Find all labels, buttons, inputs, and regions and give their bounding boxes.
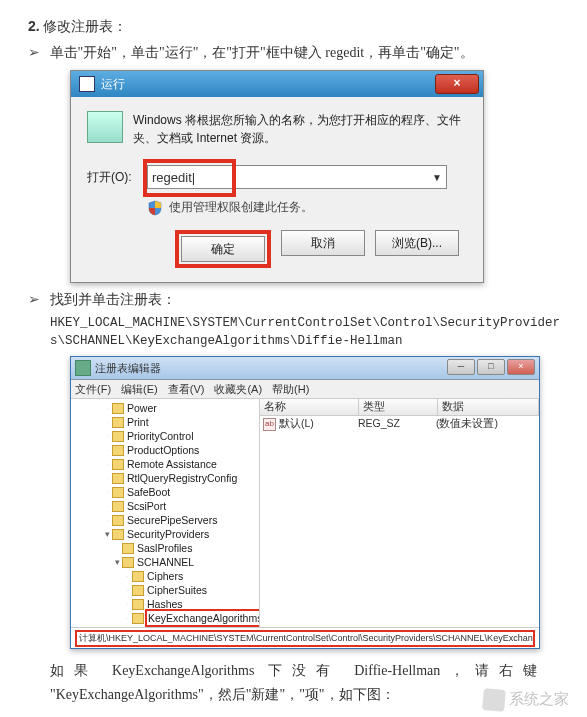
registry-editor: 注册表编辑器 ─ □ × 文件(F) 编辑(E) 查看(V) 收藏夹(A) 帮助…: [70, 356, 540, 649]
tree-item[interactable]: ·SafeBoot: [73, 485, 257, 499]
tree-view[interactable]: ·Power·Print·PriorityControl·ProductOpti…: [71, 399, 260, 627]
tree-item[interactable]: ·Power: [73, 401, 257, 415]
col-type[interactable]: 类型: [359, 399, 438, 415]
string-value-icon: ab: [263, 418, 276, 431]
row-type: REG_SZ: [354, 417, 432, 431]
tree-item-label: SaslProfiles: [137, 541, 192, 555]
tree-expand-icon[interactable]: ▾: [113, 555, 122, 569]
close-button[interactable]: ×: [435, 74, 479, 94]
tree-expand-icon[interactable]: ·: [103, 415, 112, 429]
folder-icon: [132, 585, 144, 596]
tree-item[interactable]: ·ProductOptions: [73, 443, 257, 457]
tree-item[interactable]: ·ScsiPort: [73, 499, 257, 513]
run-title-text: 运行: [101, 76, 125, 93]
ok-highlight: 确定: [175, 230, 271, 268]
browse-button[interactable]: 浏览(B)...: [375, 230, 459, 256]
tree-expand-icon[interactable]: ·: [103, 443, 112, 457]
folder-icon: [122, 543, 134, 554]
tree-item-label: SCHANNEL: [137, 555, 194, 569]
folder-icon: [112, 417, 124, 428]
folder-icon: [112, 403, 124, 414]
tree-expand-icon[interactable]: ·: [103, 471, 112, 485]
tree-expand-icon[interactable]: ·: [123, 611, 132, 625]
tree-expand-icon[interactable]: ·: [103, 485, 112, 499]
bullet-1-text: 单击"开始"，单击"运行"，在"打开"框中键入 regedit，再单击"确定"。: [50, 45, 474, 60]
run-titlebar[interactable]: 运行 ×: [71, 71, 483, 97]
status-path: 计算机\HKEY_LOCAL_MACHINE\SYSTEM\CurrentCon…: [75, 630, 535, 647]
folder-icon: [112, 459, 124, 470]
menu-help[interactable]: 帮助(H): [272, 382, 309, 397]
tree-item[interactable]: ·Print: [73, 415, 257, 429]
step-heading: 2. 修改注册表：: [28, 18, 567, 36]
col-name[interactable]: 名称: [260, 399, 359, 415]
tree-expand-icon[interactable]: ·: [103, 513, 112, 527]
minimize-button[interactable]: ─: [447, 359, 475, 375]
dropdown-arrow-icon[interactable]: ▼: [432, 172, 442, 183]
ok-button[interactable]: 确定: [181, 236, 265, 262]
tree-item[interactable]: ·RtlQueryRegistryConfig: [73, 471, 257, 485]
list-view[interactable]: 名称 类型 数据 ab 默认(L) REG_SZ (数值未设置): [260, 399, 539, 627]
tree-expand-icon[interactable]: ·: [113, 541, 122, 555]
close-button[interactable]: ×: [507, 359, 535, 375]
tree-item-label: Remote Assistance: [127, 457, 217, 471]
folder-icon: [132, 599, 144, 610]
tree-expand-icon[interactable]: ·: [123, 597, 132, 611]
tree-expand-icon[interactable]: ·: [123, 583, 132, 597]
bullet-arrow-icon: ➢: [28, 44, 46, 61]
minimize-icon: ─: [458, 361, 464, 371]
tree-item[interactable]: ·KeyExchangeAlgorithms: [73, 611, 257, 625]
status-bar: 计算机\HKEY_LOCAL_MACHINE\SYSTEM\CurrentCon…: [71, 627, 539, 648]
cancel-button[interactable]: 取消: [281, 230, 365, 256]
bullet-1: ➢ 单击"开始"，单击"运行"，在"打开"框中键入 regedit，再单击"确定…: [28, 44, 567, 62]
tree-item-label: ProductOptions: [127, 443, 199, 457]
menu-bar: 文件(F) 编辑(E) 查看(V) 收藏夹(A) 帮助(H): [71, 380, 539, 399]
tree-expand-icon[interactable]: ·: [103, 457, 112, 471]
tree-item[interactable]: ·SecurePipeServers: [73, 513, 257, 527]
tree-expand-icon[interactable]: ·: [103, 499, 112, 513]
tree-item[interactable]: ·CipherSuites: [73, 583, 257, 597]
tree-item[interactable]: ·SaslProfiles: [73, 541, 257, 555]
tree-expand-icon[interactable]: ▾: [103, 527, 112, 541]
tree-item[interactable]: ·Remote Assistance: [73, 457, 257, 471]
menu-edit[interactable]: 编辑(E): [121, 382, 158, 397]
tree-expand-icon[interactable]: ·: [123, 569, 132, 583]
browse-button-label: 浏览(B)...: [392, 235, 442, 252]
list-header: 名称 类型 数据: [260, 399, 539, 416]
final-paragraph: 如果 KeyExchangeAlgorithms 下没有 Diffie-Hell…: [50, 659, 537, 707]
tree-item[interactable]: ·PriorityControl: [73, 429, 257, 443]
regedit-title: 注册表编辑器: [95, 361, 161, 376]
tree-item[interactable]: ▾SecurityProviders: [73, 527, 257, 541]
shield-text: 使用管理权限创建此任务。: [169, 199, 313, 216]
tree-item-label: Print: [127, 415, 149, 429]
input-value: regedit: [152, 170, 192, 185]
tree-expand-icon[interactable]: ·: [103, 429, 112, 443]
col-data[interactable]: 数据: [438, 399, 539, 415]
ok-button-label: 确定: [211, 241, 235, 258]
tree-item-label: SecurityProviders: [127, 527, 209, 541]
tree-item-label: SafeBoot: [127, 485, 170, 499]
run-dialog: 运行 × Windows 将根据您所输入的名称，为您打开相应的程序、文件夹、文档…: [70, 70, 484, 283]
tree-item-label: Power: [127, 401, 157, 415]
tree-expand-icon[interactable]: ·: [123, 625, 132, 627]
folder-icon: [112, 431, 124, 442]
menu-view[interactable]: 查看(V): [168, 382, 205, 397]
menu-file[interactable]: 文件(F): [75, 382, 111, 397]
open-input[interactable]: regedit| ▼: [147, 165, 447, 189]
tree-expand-icon[interactable]: ·: [103, 401, 112, 415]
folder-icon: [112, 529, 124, 540]
maximize-button[interactable]: □: [477, 359, 505, 375]
shield-icon: [147, 200, 163, 216]
bullet-arrow-icon: ➢: [28, 291, 46, 308]
tree-item[interactable]: ·Ciphers: [73, 569, 257, 583]
folder-icon: [132, 571, 144, 582]
step-text: 修改注册表：: [43, 19, 127, 34]
menu-fav[interactable]: 收藏夹(A): [214, 382, 262, 397]
tree-item-label: Ciphers: [147, 569, 183, 583]
tree-item-label: Protocols: [147, 625, 191, 627]
tree-item[interactable]: ▾SCHANNEL: [73, 555, 257, 569]
row-data: (数值未设置): [432, 417, 539, 431]
watermark-text: 系统之家: [509, 690, 569, 709]
list-row-default[interactable]: ab 默认(L) REG_SZ (数值未设置): [260, 416, 539, 432]
regedit-titlebar[interactable]: 注册表编辑器 ─ □ ×: [71, 357, 539, 380]
folder-icon: [112, 473, 124, 484]
